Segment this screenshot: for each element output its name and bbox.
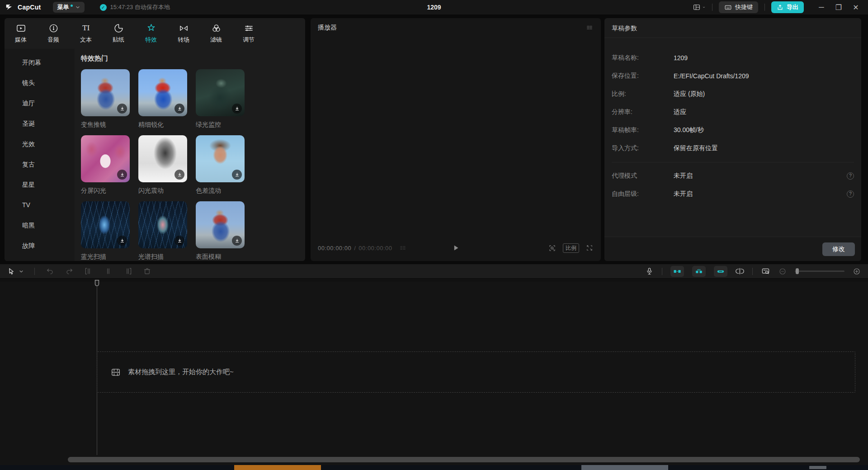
tab-label: 滤镜	[210, 36, 222, 44]
tab-media[interactable]: 媒体	[6, 18, 35, 49]
tab-text[interactable]: TI 文本	[71, 18, 100, 49]
record-audio-button[interactable]	[645, 267, 654, 275]
effect-card[interactable]: 精细锐化	[138, 69, 187, 135]
effect-card[interactable]: 闪光震动	[138, 135, 187, 201]
export-button[interactable]: 导出	[771, 1, 804, 13]
ratio-button[interactable]: 比例	[563, 243, 579, 253]
download-icon[interactable]	[232, 170, 242, 180]
frame-list-icon[interactable]	[399, 244, 407, 252]
menu-button[interactable]: 菜单	[53, 2, 85, 13]
split-button[interactable]	[104, 267, 113, 275]
effect-card[interactable]: 色差流动	[196, 135, 245, 201]
effect-category-item[interactable]: 星星	[5, 175, 75, 195]
timeline[interactable]: 素材拖拽到这里，开始你的大作吧~	[0, 279, 868, 465]
effect-category-item[interactable]: 扭曲	[5, 256, 75, 261]
restore-button[interactable]: ❐	[831, 0, 846, 14]
effect-category-item[interactable]: 镜头	[5, 73, 75, 93]
taskbar-app-orange[interactable]	[234, 465, 321, 470]
effect-category-item[interactable]: 复古	[5, 154, 75, 175]
tab-transition[interactable]: 转场	[169, 18, 198, 49]
zoom-slider-handle[interactable]	[796, 268, 799, 274]
effect-category-item[interactable]: 圣诞	[5, 114, 75, 134]
effect-card[interactable]: 蓝光扫描	[81, 201, 130, 261]
timeline-zoom-slider[interactable]	[795, 271, 844, 272]
download-icon[interactable]	[175, 104, 184, 114]
zoom-in-icon[interactable]	[853, 267, 861, 275]
zoom-out-icon[interactable]	[778, 267, 787, 275]
draft-panel-footer: 修改	[604, 237, 861, 261]
select-cursor-button[interactable]	[7, 267, 15, 275]
effect-card[interactable]: 表面模糊	[196, 201, 245, 261]
tab-adjust[interactable]: 调节	[234, 18, 263, 49]
effect-label: 变焦推镜	[81, 121, 130, 129]
autosave-check-icon: ✓	[100, 4, 107, 11]
split-left-button[interactable]	[85, 267, 93, 275]
horizontal-scrollbar[interactable]	[68, 457, 860, 462]
player-menu-icon[interactable]	[585, 24, 594, 32]
effect-category-item[interactable]: 暗黑	[5, 215, 75, 236]
download-icon[interactable]	[232, 104, 242, 114]
taskbar-app-gray[interactable]	[581, 465, 668, 470]
download-icon[interactable]	[232, 236, 242, 246]
close-button[interactable]: ✕	[848, 0, 863, 14]
export-label: 导出	[787, 3, 798, 11]
effect-card[interactable]: 分屏闪光	[81, 135, 130, 201]
tab-audio[interactable]: 音频	[39, 18, 68, 49]
effect-thumbnail[interactable]	[196, 135, 245, 182]
effect-thumbnail[interactable]	[138, 201, 187, 248]
split-right-button[interactable]	[123, 267, 132, 275]
download-icon[interactable]	[117, 236, 127, 246]
download-icon[interactable]	[117, 170, 127, 180]
shortcut-button[interactable]: 快捷键	[719, 1, 758, 13]
minimize-button[interactable]: ─	[814, 0, 829, 14]
download-icon[interactable]	[175, 236, 184, 246]
effect-thumbnail[interactable]	[81, 135, 130, 182]
effect-thumbnail[interactable]	[196, 201, 245, 248]
modify-button[interactable]: 修改	[822, 242, 855, 256]
timeline-fit-icon[interactable]	[761, 267, 770, 275]
draft-field-row: 导入方式: 保留在原有位置	[612, 139, 854, 157]
time-separator: /	[354, 245, 356, 252]
effect-category-item[interactable]: 开闭幕	[5, 52, 75, 73]
download-icon[interactable]	[175, 170, 184, 180]
media-dropzone[interactable]: 素材拖拽到这里，开始你的大作吧~	[97, 351, 855, 393]
effect-category-item[interactable]: 故障	[5, 236, 75, 256]
layout-switch-button[interactable]	[693, 3, 706, 11]
chevron-down-icon	[702, 5, 706, 9]
effect-thumbnail[interactable]	[81, 201, 130, 248]
effect-thumbnail[interactable]	[138, 135, 187, 182]
tab-sticker[interactable]: 贴纸	[104, 18, 133, 49]
mirror-clip-icon[interactable]	[736, 267, 744, 275]
snap-toggle[interactable]	[670, 266, 684, 277]
effect-category-item[interactable]: 迪厅	[5, 93, 75, 114]
effect-thumbnail[interactable]	[196, 69, 245, 116]
redo-button[interactable]	[65, 267, 74, 275]
help-icon[interactable]: ?	[847, 190, 854, 198]
play-button[interactable]	[451, 243, 461, 253]
menu-badge-dot	[71, 5, 73, 7]
effect-category-item[interactable]: 光效	[5, 134, 75, 154]
tab-filter[interactable]: 滤镜	[202, 18, 231, 49]
playhead-marker[interactable]	[94, 280, 99, 287]
field-value: E:/EFI/CapCut Drafts/1209	[674, 72, 749, 80]
effect-thumbnail[interactable]	[138, 69, 187, 116]
timeline-ruler[interactable]	[0, 279, 868, 282]
preview-axis-toggle[interactable]	[714, 266, 727, 277]
cursor-mode-chevron-icon[interactable]	[19, 269, 24, 274]
effect-card[interactable]: 变焦推镜	[81, 69, 130, 135]
linkage-toggle[interactable]	[692, 266, 706, 277]
shortcut-label: 快捷键	[735, 3, 753, 11]
delete-button[interactable]	[143, 267, 151, 275]
effects-section-title: 特效热门	[81, 54, 305, 63]
effect-category-item[interactable]: TV	[5, 195, 75, 215]
fullscreen-icon[interactable]	[585, 244, 594, 252]
preview-quality-icon[interactable]	[548, 244, 557, 252]
help-icon[interactable]: ?	[847, 172, 854, 180]
effect-card[interactable]: 绿光监控	[196, 69, 245, 135]
download-icon[interactable]	[117, 104, 127, 114]
autosave-status: ✓ 15:47:23 自动保存本地	[100, 3, 170, 11]
effect-card[interactable]: 光谱扫描	[138, 201, 187, 261]
undo-button[interactable]	[46, 267, 54, 275]
effect-thumbnail[interactable]	[81, 69, 130, 116]
tab-effects[interactable]: 特效	[137, 18, 165, 49]
